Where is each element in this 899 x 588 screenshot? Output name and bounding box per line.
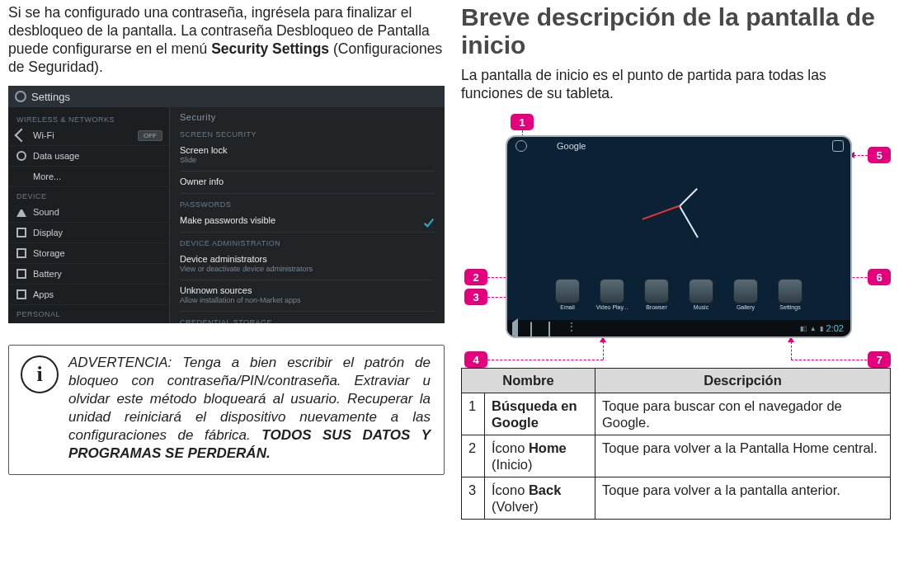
search-bar[interactable]: Google: [507, 137, 850, 155]
callout-3: 3: [464, 289, 487, 305]
table-row: 2 Ícono Home (Inicio) Toque para volver …: [462, 435, 891, 477]
settings-main: Security SCREEN SECURITY Screen lockSlid…: [170, 107, 445, 323]
music-icon: [689, 279, 713, 303]
row-password-visible[interactable]: Make passwords visible: [180, 210, 435, 233]
reference-table: Nombre Descripción 1 Búsqueda en Google …: [461, 368, 891, 520]
gallery-icon: [733, 279, 758, 303]
callout-1: 1: [511, 114, 534, 130]
app-email[interactable]: Email: [549, 279, 586, 317]
sidebar-item-apps[interactable]: Apps: [8, 285, 169, 305]
menu-icon[interactable]: ⋮: [567, 322, 578, 334]
apps-icon: [16, 289, 26, 299]
app-browser[interactable]: Browser: [638, 279, 675, 317]
settings-titlebar: Settings: [8, 86, 445, 107]
settings-sidebar: WIRELESS & NETWORKS Wi-FiOFF Data usage …: [8, 107, 170, 323]
app-music[interactable]: Music: [683, 279, 719, 317]
wifi-status-icon: ▲: [810, 325, 817, 332]
app-settings[interactable]: Settings: [772, 279, 808, 317]
intro-bold: Security Settings: [211, 40, 329, 57]
callout-5: 5: [868, 147, 891, 163]
battery-status-icon: ▮: [820, 325, 823, 332]
sect-device-admin: DEVICE ADMINISTRATION: [180, 233, 435, 249]
sidebar-item-battery[interactable]: Battery: [8, 264, 169, 285]
browser-icon: [644, 279, 669, 303]
col-header-desc: Descripción: [595, 369, 891, 393]
wifi-toggle[interactable]: OFF: [138, 130, 162, 141]
section-wireless: WIRELESS & NETWORKS: [8, 111, 169, 125]
signal-icon: ▮▯: [800, 325, 807, 332]
warning-text: ADVERTENCIA: Tenga a bien escribir el pa…: [68, 354, 431, 463]
sidebar-item-sound[interactable]: Sound: [8, 202, 169, 223]
battery-icon: [16, 269, 26, 279]
callout-7: 7: [868, 351, 891, 368]
row-unknown-sources[interactable]: Unknown sourcesAllow installation of non…: [180, 280, 435, 312]
gear-icon: [15, 91, 26, 102]
main-header: Security: [180, 109, 435, 124]
col-header-name: Nombre: [462, 369, 595, 393]
row-owner-info[interactable]: Owner info: [180, 172, 435, 194]
app-gallery[interactable]: Gallery: [727, 279, 764, 317]
clock-time: 2:02: [826, 323, 844, 333]
recent-icon[interactable]: [548, 322, 560, 334]
info-icon: i: [21, 355, 59, 393]
row-screen-lock[interactable]: Screen lockSlide: [180, 140, 435, 172]
leader-line: [603, 341, 604, 360]
home-icon[interactable]: [530, 322, 542, 334]
sidebar-item-storage[interactable]: Storage: [8, 243, 169, 264]
sidebar-item-display[interactable]: Display: [8, 223, 169, 243]
app-dock: Email Video Play... Browser Music Galler…: [507, 275, 850, 320]
video-icon: [600, 279, 624, 303]
sidebar-item-wifi[interactable]: Wi-FiOFF: [8, 125, 169, 146]
callout-4: 4: [464, 351, 487, 368]
settings-title: Settings: [31, 91, 70, 103]
section-personal: PERSONAL: [8, 305, 169, 320]
data-icon: [16, 151, 26, 161]
sect-passwords: PASSWORDS: [180, 194, 435, 210]
settings-icon: [778, 279, 803, 303]
tablet-screenshot: Google Email Video Play... Browser Music…: [506, 135, 852, 338]
page-subtitle: La pantalla de inicio es el punto de par…: [461, 66, 891, 102]
sidebar-item-accounts[interactable]: Accounts & sync: [8, 320, 169, 323]
home-screen-figure: 1 2 3 4 5 6 7: [461, 114, 891, 363]
wifi-icon: [15, 129, 29, 143]
sect-screen-security: SCREEN SECURITY: [180, 124, 435, 140]
table-row: 1 Búsqueda en Google Toque para buscar c…: [462, 393, 891, 435]
table-row: 3 Ícono Back (Volver) Toque para volver …: [462, 477, 891, 520]
clock-widget: [634, 160, 725, 251]
email-icon: [555, 279, 580, 303]
storage-icon: [16, 248, 26, 258]
section-device: DEVICE: [8, 187, 169, 202]
sidebar-item-more[interactable]: More...: [8, 167, 169, 187]
search-icon: [515, 140, 527, 152]
row-device-admins[interactable]: Device administratorsView or deactivate …: [180, 249, 435, 280]
display-icon: [16, 228, 26, 238]
sect-credential-storage: CREDENTIAL STORAGE: [180, 312, 435, 323]
callout-2: 2: [464, 269, 487, 285]
page-title: Breve descripción de la pantalla de inic…: [461, 3, 891, 59]
settings-screenshot: Settings WIRELESS & NETWORKS Wi-FiOFF Da…: [8, 86, 445, 323]
intro-paragraph: Si se ha configurado una contraseña, ing…: [8, 3, 445, 76]
leader-line: [487, 360, 603, 360]
leader-line: [791, 341, 792, 360]
nav-bar: ⋮ ▮▯ ▲ ▮ 2:02: [507, 320, 850, 336]
sidebar-item-data-usage[interactable]: Data usage: [8, 146, 169, 167]
warning-box: i ADVERTENCIA: Tenga a bien escribir el …: [8, 345, 445, 475]
checkbox-icon[interactable]: [423, 217, 435, 228]
sound-icon: [16, 207, 26, 217]
app-video[interactable]: Video Play...: [594, 279, 630, 317]
callout-6: 6: [868, 269, 891, 285]
status-area[interactable]: ▮▯ ▲ ▮ 2:02: [800, 323, 844, 333]
back-icon[interactable]: [512, 322, 524, 334]
google-label: Google: [557, 141, 586, 151]
apps-grid-icon[interactable]: [832, 140, 844, 152]
